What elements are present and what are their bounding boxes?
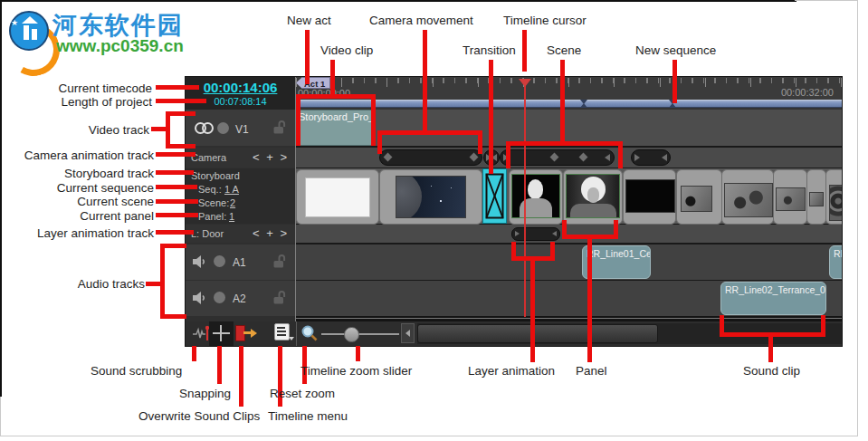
keyframe-arrow[interactable]	[662, 154, 667, 161]
keyframe-arrow[interactable]	[634, 154, 640, 161]
storyboard-panel[interactable]	[379, 169, 482, 225]
storyboard-panel[interactable]	[509, 169, 563, 225]
reset-zoom-icon[interactable]	[300, 324, 319, 342]
current-timecode-value[interactable]: 00:00:14:06	[186, 77, 295, 95]
watermark-site-url: www.pc0359.cn	[56, 36, 184, 56]
snapping-icon	[220, 325, 222, 341]
project-length-bar[interactable]	[296, 100, 842, 108]
camera-track-header[interactable]: Camera < + >	[186, 148, 295, 168]
annotation-timeline-cursor: Timeline cursor	[503, 14, 587, 27]
camera-movement-pill[interactable]	[379, 149, 482, 166]
red-line	[305, 30, 310, 84]
storyboard-panel[interactable]	[623, 169, 676, 225]
menu-dropdown-arrow	[289, 337, 294, 340]
keyframe-diamond[interactable]	[579, 153, 588, 162]
camera-movement-pill[interactable]	[631, 149, 671, 166]
character-shoulder	[570, 204, 616, 218]
video-clip[interactable]: Storyboard_Pro_T	[296, 110, 376, 146]
keyframe-arrow[interactable]	[552, 231, 557, 236]
storyboard-panel[interactable]	[721, 169, 774, 225]
timeline-cursor-handle[interactable]	[519, 79, 531, 87]
keyframe-arrow[interactable]	[605, 154, 610, 161]
audio-clip[interactable]: RR_L	[829, 245, 842, 279]
storyboard-panel[interactable]	[296, 169, 379, 225]
lock-icon[interactable]	[272, 290, 287, 305]
annotation-scene: Scene	[547, 43, 581, 57]
track-color-swatch[interactable]	[217, 122, 229, 134]
zoom-slider-track[interactable]	[321, 333, 399, 335]
red-line	[192, 346, 196, 361]
track-color-swatch[interactable]	[214, 255, 225, 267]
timeline-view: 00:00:00:00 00:00:32:00 Act 1 Storyboard…	[186, 77, 842, 346]
audio2-track-header[interactable]: A2	[186, 281, 295, 316]
layer-track-header[interactable]: L: Door < + >	[186, 225, 295, 243]
logo-star-icon: ★	[11, 18, 18, 27]
star-dot	[451, 187, 452, 188]
annotation-sound-clip: Sound clip	[743, 364, 800, 378]
annotation-new-act: New act	[287, 14, 331, 27]
audio-clip-name: RR_Line02_Terrance_0	[725, 284, 825, 295]
storyboard-panel[interactable]	[676, 169, 722, 225]
frame-edge-top	[0, 0, 796, 2]
layer-keyframe-controls[interactable]: < + >	[253, 226, 289, 240]
red-bracket	[163, 244, 186, 248]
keyframe-diamond[interactable]	[470, 153, 479, 162]
horizontal-scrollbar-thumb[interactable]	[417, 324, 658, 343]
transition-x-glyph	[483, 169, 506, 223]
track-color-swatch[interactable]	[214, 292, 225, 303]
timecode-box: 00:00:14:06 00:07:08:14	[186, 77, 295, 110]
audio-clip[interactable]: RR_Line01_Cel	[582, 245, 651, 279]
storyboard-panel[interactable]	[825, 169, 842, 225]
layer-track-name: L: Door	[191, 228, 224, 239]
storyboard-track-header[interactable]: Storyboard Seq.: 1 A Scene: 2 Panel: 1	[186, 168, 295, 224]
layer-animation-pill[interactable]	[511, 227, 560, 241]
red-bracket	[296, 94, 376, 99]
red-line	[423, 30, 427, 134]
timeline-menu-button[interactable]	[274, 323, 294, 343]
red-line	[156, 99, 206, 103]
audio1-track-header[interactable]: A1	[186, 244, 295, 280]
zoom-slider-thumb[interactable]	[344, 327, 359, 342]
red-line	[156, 199, 198, 204]
panel-thumbnail	[511, 174, 560, 218]
audio-clip-name: RR_L	[834, 248, 842, 259]
lock-icon[interactable]	[272, 254, 287, 269]
scroll-left-button[interactable]	[401, 323, 415, 343]
annotation-current-scene: Current scene	[77, 195, 154, 208]
red-bracket	[168, 111, 196, 116]
frame-edge-bottom	[1, 436, 857, 436]
storyboard-panel[interactable]	[773, 169, 807, 225]
camera-keyframe-controls[interactable]: < + >	[253, 150, 289, 164]
layer-track-lane[interactable]	[296, 225, 842, 243]
act-tag[interactable]: Act 1	[296, 77, 330, 89]
video-visibility-icon[interactable]	[195, 121, 214, 138]
snapping-button[interactable]	[209, 321, 234, 346]
annotation-storyboard-track: Storyboard track	[64, 167, 154, 180]
keyframe-arrow[interactable]	[515, 231, 520, 236]
sequence-link[interactable]: 1 A	[224, 184, 239, 195]
storyboard-panel[interactable]	[806, 169, 826, 225]
speaker-icon[interactable]	[193, 255, 208, 268]
annotation-overwrite-sound-clips: Overwrite Sound Clips	[138, 409, 260, 423]
panel-thumbnail	[776, 187, 806, 211]
scene-link[interactable]: 2	[230, 197, 235, 208]
video-track-header[interactable]: V1	[186, 110, 295, 146]
keyframe-diamond[interactable]	[384, 153, 393, 162]
panel-link[interactable]: 1	[229, 211, 234, 222]
red-bracket	[163, 314, 186, 319]
panel-thumbnail	[829, 185, 842, 221]
overwrite-sound-clips-icon[interactable]	[235, 324, 257, 342]
audio1-track-lane[interactable]	[296, 244, 842, 280]
keyframe-diamond[interactable]	[550, 153, 559, 162]
audio-clip[interactable]: RR_Line02_Terrance_0	[720, 282, 826, 315]
lock-icon[interactable]	[272, 120, 287, 135]
logo-bar1	[24, 25, 29, 40]
storyboard-panel[interactable]	[563, 169, 623, 225]
timeline-cursor-line[interactable]	[524, 80, 526, 317]
annotation-reset-zoom: Reset zoom	[270, 387, 335, 400]
camera-movement-pill[interactable]	[500, 149, 615, 166]
speaker-icon[interactable]	[193, 292, 208, 304]
red-line	[239, 346, 243, 407]
transition-clip[interactable]	[482, 168, 507, 224]
annotation-video-track: Video track	[89, 123, 149, 137]
